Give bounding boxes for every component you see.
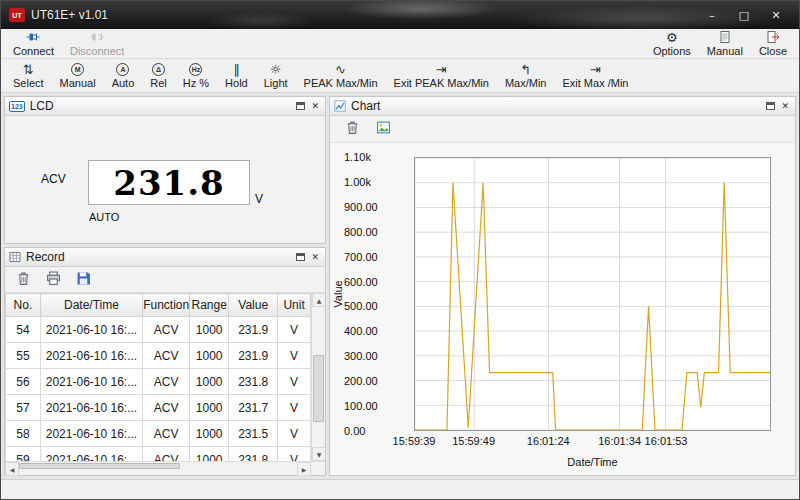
scroll-left-arrow-icon[interactable]: ◀ xyxy=(5,462,19,476)
connect-button[interactable]: Connect xyxy=(5,29,62,58)
y-tick-label: 800.00 xyxy=(344,226,378,238)
light-icon: ☼ xyxy=(270,62,282,76)
max-min-button[interactable]: ↰Max/Min xyxy=(497,61,555,90)
main-area: 123 LCD ACV 231.8 V AUTO xyxy=(1,93,799,479)
table-row[interactable]: 562021-06-10 16:...ACV1000231.8V xyxy=(6,369,311,395)
table-cell: ACV xyxy=(143,369,190,395)
column-header[interactable]: Date/Time xyxy=(40,294,142,317)
y-tick-label: 200.00 xyxy=(344,375,378,387)
save-record-button[interactable] xyxy=(75,270,92,290)
close-panel-icon[interactable] xyxy=(311,253,319,262)
close-app-button[interactable]: Close xyxy=(751,29,795,58)
hold-icon: ∥ xyxy=(233,62,240,76)
column-header[interactable]: Function xyxy=(143,294,190,317)
float-panel-icon[interactable] xyxy=(766,102,775,110)
button-label: Auto xyxy=(112,77,135,89)
x-tick-label: 15:59:39 xyxy=(393,435,436,447)
table-row[interactable]: 572021-06-10 16:...ACV1000231.7V xyxy=(6,395,311,421)
record-panel-icon xyxy=(9,251,21,263)
select-button[interactable]: ⇅Select xyxy=(5,61,52,90)
y-axis-title: Value xyxy=(332,280,344,307)
table-row[interactable]: 582021-06-10 16:...ACV1000231.5V xyxy=(6,421,311,447)
horizontal-scrollbar[interactable]: ◀ ▶ xyxy=(5,461,325,475)
exit-max-min-button[interactable]: ⇥Exit Max /Min xyxy=(554,61,636,90)
column-header[interactable]: Range xyxy=(190,294,229,317)
gear-icon: ⚙ xyxy=(666,30,678,44)
table-cell: V xyxy=(278,395,311,421)
y-tick-label: 400.00 xyxy=(344,325,378,337)
table-cell: 1000 xyxy=(190,447,229,462)
printer-icon xyxy=(46,271,61,289)
x-tick-label: 15:59:49 xyxy=(452,435,495,447)
float-panel-icon[interactable] xyxy=(296,253,305,261)
scroll-down-arrow-icon[interactable]: ▼ xyxy=(312,447,325,461)
table-cell: ACV xyxy=(143,395,190,421)
y-tick-label: 700.00 xyxy=(344,251,378,263)
window-controls: – □ ✕ xyxy=(697,5,791,25)
lcd-panel-header[interactable]: 123 LCD xyxy=(5,97,325,116)
float-panel-icon[interactable] xyxy=(296,102,305,110)
column-header[interactable]: No. xyxy=(6,294,41,317)
table-cell: 2021-06-10 16:... xyxy=(40,395,142,421)
lcd-reading-display: 231.8 xyxy=(88,160,250,205)
vertical-scroll-thumb[interactable] xyxy=(313,355,324,422)
button-label: Manual xyxy=(707,45,743,57)
table-row[interactable]: 552021-06-10 16:...ACV1000231.9V xyxy=(6,343,311,369)
chart-xticks: 15:59:3915:59:4916:01:2416:01:3416:01:53 xyxy=(414,435,771,449)
hz-percent-button[interactable]: HzHz % xyxy=(175,62,217,90)
exit-max-min-icon: ⇥ xyxy=(590,62,601,76)
y-tick-label: 600.00 xyxy=(344,276,378,288)
clear-chart-button[interactable] xyxy=(344,119,361,139)
button-label: Hz % xyxy=(183,77,209,89)
horizontal-scroll-track[interactable] xyxy=(19,462,297,475)
table-cell: V xyxy=(278,343,311,369)
table-cell: 231.5 xyxy=(229,421,278,447)
vertical-scrollbar[interactable]: ▲ ▼ xyxy=(311,293,325,461)
chart-panel-icon xyxy=(334,100,346,112)
close-panel-icon[interactable] xyxy=(311,102,319,111)
scroll-right-arrow-icon[interactable]: ▶ xyxy=(297,462,311,476)
maximize-button[interactable]: □ xyxy=(729,5,759,25)
print-record-button[interactable] xyxy=(45,270,62,290)
hz-percent-icon: Hz xyxy=(189,63,202,76)
minimize-button[interactable]: – xyxy=(697,5,727,25)
table-row[interactable]: 592021-06-10 16:...ACV1000231.8V xyxy=(6,447,311,462)
y-tick-label: 300.00 xyxy=(344,350,378,362)
column-header[interactable]: Value xyxy=(229,294,278,317)
column-header[interactable]: Unit xyxy=(278,294,311,317)
table-cell: 55 xyxy=(6,343,41,369)
manual-button[interactable]: Manual xyxy=(699,29,751,58)
lcd-range-mode-label: AUTO xyxy=(89,211,119,223)
peak-max-min-button[interactable]: ∿PEAK Max/Min xyxy=(296,61,386,90)
exit-peak-max-min-button[interactable]: ⇥Exit PEAK Max/Min xyxy=(386,61,497,90)
record-table-area: No.Date/TimeFunctionRangeValueUnit 54202… xyxy=(5,293,325,461)
rel-icon: Δ xyxy=(152,63,165,76)
button-label: Max/Min xyxy=(505,77,547,89)
horizontal-scroll-thumb[interactable] xyxy=(19,463,180,469)
table-cell: 59 xyxy=(6,447,41,462)
record-panel-header[interactable]: Record xyxy=(5,248,325,267)
chart-panel-header[interactable]: Chart xyxy=(330,97,795,116)
hold-button[interactable]: ∥Hold xyxy=(217,61,256,90)
delete-record-button[interactable] xyxy=(15,270,32,290)
rel-button[interactable]: ΔRel xyxy=(142,62,175,90)
close-window-button[interactable]: ✕ xyxy=(761,5,791,25)
button-label: Select xyxy=(13,77,44,89)
close-panel-icon[interactable] xyxy=(781,102,789,111)
export-chart-image-button[interactable] xyxy=(375,119,392,139)
vertical-scroll-track[interactable] xyxy=(312,307,325,447)
y-tick-label: 0.00 xyxy=(344,425,365,437)
auto-mode-button[interactable]: AAuto xyxy=(104,62,143,90)
options-button[interactable]: ⚙Options xyxy=(645,29,699,58)
chart-plot[interactable] xyxy=(414,157,771,431)
manual-mode-button[interactable]: MManual xyxy=(52,62,104,90)
peak-max-min-icon: ∿ xyxy=(335,62,346,76)
scroll-up-arrow-icon[interactable]: ▲ xyxy=(312,293,325,307)
app-window: UT UT61E+ v1.01 – □ ✕ ConnectDisconnect … xyxy=(0,0,800,500)
light-button[interactable]: ☼Light xyxy=(256,61,296,90)
table-row[interactable]: 542021-06-10 16:...ACV1000231.9V xyxy=(6,317,311,343)
chart-panel-title: Chart xyxy=(351,99,380,113)
table-cell: 54 xyxy=(6,317,41,343)
titlebar[interactable]: UT UT61E+ v1.01 – □ ✕ xyxy=(1,1,799,29)
table-cell: 2021-06-10 16:... xyxy=(40,317,142,343)
